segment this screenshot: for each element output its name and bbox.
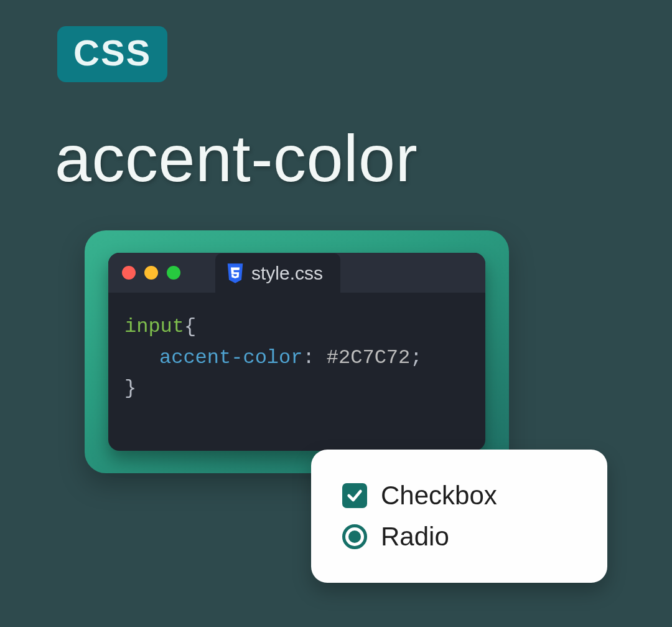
minimize-icon[interactable] (144, 266, 158, 280)
code-brace-open: { (184, 315, 196, 338)
checkbox-row: Checkbox (342, 481, 576, 511)
checkbox-input[interactable] (342, 483, 367, 508)
code-brace-close: } (124, 377, 136, 400)
code-line-2: accent-color: #2C7C72; (124, 342, 469, 374)
code-selector: input (124, 315, 184, 338)
tab-filename: style.css (251, 263, 323, 284)
code-value: #2C7C72 (327, 346, 410, 369)
css3-icon (226, 263, 244, 283)
close-icon[interactable] (122, 266, 136, 280)
code-line-3: } (124, 373, 469, 404)
page-title: accent-color (55, 121, 418, 196)
window-controls (122, 266, 180, 280)
demo-panel: Checkbox Radio (311, 450, 607, 583)
code-body: input{ accent-color: #2C7C72; } (108, 293, 485, 423)
editor-tab[interactable]: style.css (215, 253, 340, 293)
radio-dot-icon (348, 530, 361, 543)
css-badge: CSS (57, 26, 167, 82)
code-property: accent-color (159, 346, 302, 369)
radio-row: Radio (342, 522, 576, 552)
editor-titlebar: style.css (108, 253, 485, 293)
radio-input[interactable] (342, 524, 367, 549)
maximize-icon[interactable] (167, 266, 180, 280)
code-line-1: input{ (124, 311, 469, 342)
check-icon (346, 487, 363, 504)
radio-label: Radio (381, 522, 449, 552)
checkbox-label: Checkbox (381, 481, 497, 511)
code-editor: style.css input{ accent-color: #2C7C72; … (108, 253, 485, 451)
code-card: style.css input{ accent-color: #2C7C72; … (85, 230, 509, 473)
